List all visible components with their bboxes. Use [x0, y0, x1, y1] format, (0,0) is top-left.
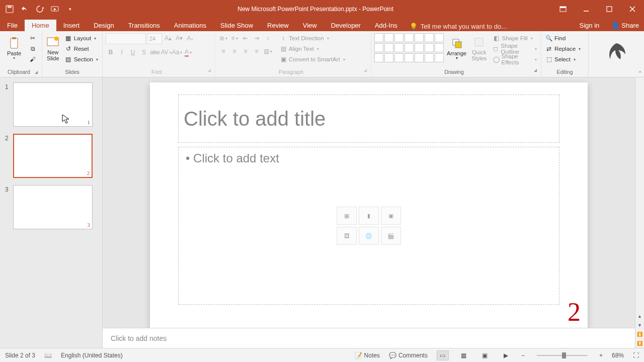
clipboard-dialog-launcher[interactable]: ◢: [35, 70, 39, 74]
align-left-button[interactable]: ≡: [218, 46, 228, 56]
tab-developer[interactable]: Developer: [324, 20, 368, 31]
tab-file[interactable]: File: [0, 20, 25, 31]
decrease-indent-button[interactable]: ⇤: [240, 33, 251, 43]
drawing-dialog-launcher[interactable]: ◢: [534, 68, 538, 76]
next-slide-icon[interactable]: ⏬: [635, 339, 644, 348]
reset-button[interactable]: ↺Reset: [64, 44, 99, 54]
tab-review[interactable]: Review: [260, 20, 296, 31]
shadow-button[interactable]: S: [139, 47, 149, 57]
shape-fill-button[interactable]: ◧Shape Fill: [492, 33, 538, 43]
slide-indicator[interactable]: Slide 2 of 3: [5, 352, 35, 359]
fit-to-window-button[interactable]: ⛶: [633, 352, 639, 359]
format-painter-button[interactable]: 🖌: [28, 54, 37, 64]
insert-smartart-icon[interactable]: ▣: [381, 207, 401, 225]
font-color-button[interactable]: A: [183, 47, 193, 57]
comments-button[interactable]: 💬Comments: [389, 352, 428, 359]
italic-button[interactable]: I: [117, 47, 127, 57]
quick-styles-button[interactable]: Quick Styles: [469, 33, 489, 64]
align-right-button[interactable]: ≡: [240, 46, 251, 56]
collapse-ribbon-icon[interactable]: ⌃: [638, 70, 642, 76]
title-placeholder[interactable]: Click to add title: [178, 95, 559, 143]
normal-view-button[interactable]: ▭: [437, 350, 449, 360]
scroll-down-icon[interactable]: ▼: [635, 321, 644, 330]
align-center-button[interactable]: ≡: [229, 46, 239, 56]
zoom-slider[interactable]: [537, 355, 587, 356]
language-indicator[interactable]: English (United States): [61, 352, 123, 359]
copy-button[interactable]: ⧉: [28, 44, 37, 54]
text-direction-button[interactable]: ↕Text Direction: [279, 33, 346, 43]
insert-chart-icon[interactable]: ▮: [359, 207, 379, 225]
font-dialog-launcher[interactable]: ◢: [208, 68, 212, 76]
slide-sorter-view-button[interactable]: ▦: [458, 350, 470, 360]
tab-slideshow[interactable]: Slide Show: [213, 20, 260, 31]
slideshow-view-button[interactable]: ▶: [500, 350, 512, 360]
vertical-scrollbar[interactable]: ▲ ▼ ⏫ ⏬: [635, 77, 644, 348]
notes-pane[interactable]: Click to add notes: [103, 328, 635, 348]
strikethrough-button[interactable]: abc: [150, 47, 160, 57]
notes-button[interactable]: 📝Notes: [355, 352, 380, 359]
paragraph-dialog-launcher[interactable]: ◢: [364, 68, 368, 76]
reading-view-button[interactable]: ▣: [479, 350, 491, 360]
section-button[interactable]: ▤Section: [64, 54, 99, 64]
convert-to-smartart-button[interactable]: ▣Convert to SmartArt: [279, 54, 346, 64]
grow-font-button[interactable]: A▴: [163, 33, 173, 43]
tab-addins[interactable]: Add-Ins: [368, 20, 405, 31]
zoom-in-button[interactable]: +: [599, 352, 603, 359]
qat-customize-icon[interactable]: ▾: [65, 5, 74, 14]
slide-page[interactable]: Click to add title • Click to add text ▦…: [150, 82, 588, 328]
save-icon[interactable]: [5, 5, 14, 14]
char-spacing-button[interactable]: AV: [161, 47, 171, 57]
font-name-input[interactable]: [106, 33, 146, 44]
font-size-input[interactable]: 24: [147, 33, 162, 44]
arrange-button[interactable]: Arrange▾: [447, 33, 466, 64]
shapes-gallery[interactable]: [374, 33, 444, 64]
bullets-button[interactable]: ≣: [218, 33, 228, 43]
bold-button[interactable]: B: [106, 47, 116, 57]
replace-button[interactable]: ⇄Replace: [544, 44, 582, 54]
share-button[interactable]: 👤 Share: [606, 20, 644, 31]
sign-in-link[interactable]: Sign in: [573, 20, 607, 31]
tab-design[interactable]: Design: [87, 20, 121, 31]
clear-formatting-button[interactable]: Aₓ: [185, 33, 195, 43]
line-spacing-button[interactable]: ↕: [263, 33, 273, 43]
content-placeholder[interactable]: • Click to add text ▦ ▮ ▣ 🖼 🌐 🎬: [178, 147, 559, 305]
undo-icon[interactable]: [20, 5, 29, 14]
numbering-button[interactable]: ≡: [229, 33, 239, 43]
spellcheck-icon[interactable]: 📖: [44, 352, 52, 359]
paste-button[interactable]: Paste ▾: [3, 33, 25, 64]
new-slide-button[interactable]: New Slide: [45, 33, 61, 64]
underline-button[interactable]: U: [128, 47, 138, 57]
prev-slide-icon[interactable]: ⏫: [635, 330, 644, 339]
cut-button[interactable]: ✂: [28, 33, 37, 43]
insert-video-icon[interactable]: 🎬: [381, 227, 401, 245]
columns-button[interactable]: ▥: [263, 46, 273, 56]
close-button[interactable]: [621, 0, 644, 18]
increase-indent-button[interactable]: ⇥: [252, 33, 262, 43]
insert-online-picture-icon[interactable]: 🌐: [359, 227, 379, 245]
maximize-button[interactable]: [598, 0, 621, 18]
justify-button[interactable]: ≡: [252, 46, 262, 56]
tab-view[interactable]: View: [296, 20, 324, 31]
shape-outline-button[interactable]: ◻Shape Outline: [492, 44, 538, 54]
zoom-slider-thumb[interactable]: [562, 352, 566, 358]
select-button[interactable]: ⬚Select: [544, 54, 582, 64]
slide-thumbnail-3[interactable]: 3: [13, 185, 93, 229]
slide-thumbnail-1[interactable]: 1: [13, 82, 93, 127]
insert-picture-icon[interactable]: 🖼: [337, 227, 357, 245]
insert-table-icon[interactable]: ▦: [337, 207, 357, 225]
zoom-out-button[interactable]: −: [521, 352, 525, 359]
shrink-font-button[interactable]: A▾: [174, 33, 184, 43]
redo-icon[interactable]: [35, 5, 44, 14]
start-from-beginning-icon[interactable]: [50, 5, 59, 14]
ribbon-display-options-icon[interactable]: [551, 0, 575, 18]
shape-effects-button[interactable]: ◯Shape Effects: [492, 54, 538, 64]
scroll-up-icon[interactable]: ▲: [635, 312, 644, 321]
align-text-button[interactable]: ▤Align Text: [279, 44, 346, 54]
change-case-button[interactable]: Aa: [172, 47, 182, 57]
tab-insert[interactable]: Insert: [56, 20, 87, 31]
minimize-button[interactable]: [575, 0, 598, 18]
layout-button[interactable]: ▦Layout: [64, 33, 99, 43]
find-button[interactable]: 🔍Find: [544, 33, 582, 43]
tab-animations[interactable]: Animations: [167, 20, 213, 31]
tab-transitions[interactable]: Transitions: [121, 20, 167, 31]
